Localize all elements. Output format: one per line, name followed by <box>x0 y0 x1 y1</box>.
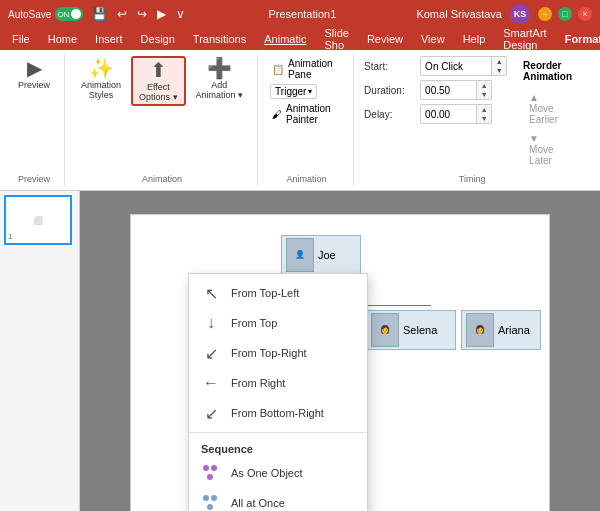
menu-animatic[interactable]: Animatic <box>256 31 314 47</box>
from-top-label: From Top <box>231 317 277 329</box>
animation-painter-button[interactable]: 🖌 Animation Painter <box>268 101 345 127</box>
ariana-label: Ariana <box>498 324 530 336</box>
duration-row: Duration: ▲ ▼ <box>364 80 507 100</box>
timing-group-label: Timing <box>364 174 580 184</box>
add-animation-button[interactable]: ➕ AddAnimation ▾ <box>190 56 250 102</box>
preview-label: Preview <box>18 80 50 90</box>
animation-styles-button[interactable]: ✨ AnimationStyles <box>75 56 127 102</box>
svg-point-1 <box>211 465 217 471</box>
menu-view[interactable]: View <box>413 31 453 47</box>
undo-icon[interactable]: ↩ <box>114 6 130 22</box>
menu-bar: File Home Insert Design Transitions Anim… <box>0 28 600 50</box>
joe-label: Joe <box>318 249 336 261</box>
duration-down-arrow[interactable]: ▼ <box>477 90 491 99</box>
dropdown-from-bottomright[interactable]: ↙ From Bottom-Right <box>189 398 367 428</box>
svg-point-3 <box>203 495 209 501</box>
delay-up-arrow[interactable]: ▲ <box>477 105 491 114</box>
dropdown-from-topright[interactable]: ↙ From Top-Right <box>189 338 367 368</box>
window-controls: − □ × <box>538 7 592 21</box>
delay-down-arrow[interactable]: ▼ <box>477 114 491 123</box>
reorder-section: Reorder Animation ▲ Move Earlier ▼ Move … <box>515 56 580 172</box>
from-topright-icon: ↙ <box>201 343 221 363</box>
preview-button[interactable]: ▶ Preview <box>12 56 56 92</box>
menu-insert[interactable]: Insert <box>87 31 131 47</box>
start-input[interactable] <box>421 60 491 73</box>
duration-arrows: ▲ ▼ <box>476 81 491 99</box>
delay-row: Delay: ▲ ▼ <box>364 104 507 124</box>
dropdown-separator <box>189 432 367 433</box>
dropdown-all-at-once[interactable]: All at Once <box>189 488 367 511</box>
trigger-button[interactable]: Trigger ▾ <box>270 84 317 99</box>
add-animation-icon: ➕ <box>207 58 232 78</box>
animation-group-content: ✨ AnimationStyles ⬆ EffectOptions ▾ ➕ Ad… <box>75 56 249 172</box>
autosave-knob <box>71 9 81 19</box>
quick-access-toolbar: 💾 ↩ ↪ ▶ ∨ <box>89 6 188 22</box>
move-earlier-label: ▲ Move Earlier <box>529 92 566 125</box>
menu-slideshow[interactable]: Slide Sho <box>316 25 356 53</box>
menu-smartart-design[interactable]: SmartArt Design <box>495 25 554 53</box>
dropdown-from-topleft[interactable]: ↖ From Top-Left <box>189 278 367 308</box>
save-icon[interactable]: 💾 <box>89 6 110 22</box>
animation-group-label: Animation <box>75 174 249 184</box>
preview-icon: ▶ <box>27 58 42 78</box>
start-down-arrow[interactable]: ▼ <box>492 66 506 75</box>
preview-group-content: ▶ Preview <box>12 56 56 172</box>
selena-photo: 👩 <box>371 313 399 347</box>
delay-value-container: ▲ ▼ <box>420 104 492 124</box>
duration-up-arrow[interactable]: ▲ <box>477 81 491 90</box>
dropdown-from-top[interactable]: ↓ From Top <box>189 308 367 338</box>
menu-home[interactable]: Home <box>40 31 85 47</box>
org-node-joe: 👤 Joe <box>281 235 361 275</box>
start-arrows: ▲ ▼ <box>491 57 506 75</box>
effect-options-dropdown: ↖ From Top-Left ↓ From Top ↙ From Top-Ri… <box>188 273 368 511</box>
dropdown-from-right[interactable]: ← From Right <box>189 368 367 398</box>
from-top-icon: ↓ <box>201 313 221 333</box>
effect-options-button[interactable]: ⬆ EffectOptions ▾ <box>131 56 186 106</box>
menu-file[interactable]: File <box>4 31 38 47</box>
org-node-ariana: 👩 Ariana <box>461 310 541 350</box>
animation-pane-button[interactable]: 📋 Animation Pane <box>268 56 345 82</box>
animationpane-group-content: 📋 Animation Pane Trigger ▾ 🖌 Animation P… <box>268 56 345 172</box>
autosave-toggle[interactable]: ON <box>55 7 83 21</box>
title-bar-left: AutoSave ON 💾 ↩ ↪ ▶ ∨ <box>8 6 188 22</box>
timing-fields: Start: ▲ ▼ Duration: <box>364 56 507 172</box>
user-initials: KS <box>514 9 527 19</box>
animationpane-group-label: Animation <box>268 174 345 184</box>
user-name: Komal Srivastava <box>416 8 502 20</box>
title-bar: AutoSave ON 💾 ↩ ↪ ▶ ∨ Presentation1 Koma… <box>0 0 600 28</box>
start-row: Start: ▲ ▼ <box>364 56 507 76</box>
menu-help[interactable]: Help <box>455 31 494 47</box>
menu-format[interactable]: Format <box>557 31 600 47</box>
redo-icon[interactable]: ↪ <box>134 6 150 22</box>
animation-styles-label: AnimationStyles <box>81 80 121 100</box>
menu-review[interactable]: Review <box>359 31 411 47</box>
duration-value-container: ▲ ▼ <box>420 80 492 100</box>
delay-input[interactable] <box>421 108 476 121</box>
present-icon[interactable]: ▶ <box>154 6 169 22</box>
autosave-area: AutoSave ON <box>8 7 83 21</box>
timing-group-content: Start: ▲ ▼ Duration: <box>364 56 580 172</box>
customize-icon[interactable]: ∨ <box>173 6 188 22</box>
menu-transitions[interactable]: Transitions <box>185 31 254 47</box>
ribbon: ▶ Preview Preview ✨ AnimationStyles ⬆ Ef… <box>0 50 600 191</box>
dropdown-as-one-object[interactable]: As One Object <box>189 458 367 488</box>
duration-input[interactable] <box>421 84 476 97</box>
animation-pane-label: Animation Pane <box>288 58 341 80</box>
close-button[interactable]: × <box>578 7 592 21</box>
trigger-arrow-icon: ▾ <box>308 87 312 96</box>
autosave-state: ON <box>57 10 69 19</box>
title-bar-center: Presentation1 <box>268 8 336 20</box>
animation-pane-icon: 📋 <box>272 64 284 75</box>
all-at-once-icon <box>201 493 221 511</box>
maximize-button[interactable]: □ <box>558 7 572 21</box>
as-one-object-label: As One Object <box>231 467 303 479</box>
trigger-label: Trigger <box>275 86 306 97</box>
minimize-button[interactable]: − <box>538 7 552 21</box>
menu-design[interactable]: Design <box>133 31 183 47</box>
start-up-arrow[interactable]: ▲ <box>492 57 506 66</box>
slide-thumbnail-1[interactable]: ⬜ 1 <box>4 195 72 245</box>
ribbon-group-animationpane: 📋 Animation Pane Trigger ▾ 🖌 Animation P… <box>264 54 354 186</box>
move-later-label: ▼ Move Later <box>529 133 566 166</box>
autosave-label: AutoSave <box>8 9 51 20</box>
title-bar-right: Komal Srivastava KS − □ × <box>416 4 592 24</box>
